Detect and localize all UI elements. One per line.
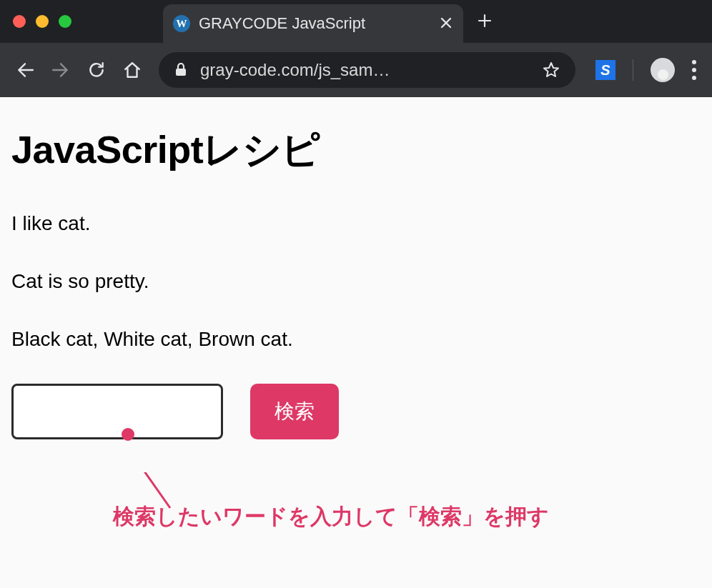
lock-icon <box>174 63 187 77</box>
reload-button[interactable] <box>87 61 106 79</box>
browser-toolbar: gray-code.com/js_sam… S <box>0 43 712 97</box>
window-controls <box>13 15 71 28</box>
tab-title: GRAYCODE JavaScript <box>199 14 403 33</box>
svg-rect-0 <box>176 69 186 76</box>
close-window-button[interactable] <box>13 15 26 28</box>
bookmark-star-icon[interactable] <box>543 61 560 79</box>
minimize-window-button[interactable] <box>36 15 49 28</box>
browser-tab[interactable]: W GRAYCODE JavaScript <box>163 4 463 43</box>
profile-avatar-button[interactable] <box>651 58 675 82</box>
menu-button[interactable] <box>692 60 696 80</box>
page-content: JavaScriptレシピ I like cat. Cat is so pret… <box>0 97 712 532</box>
annotation-text: 検索したいワードを入力して「検索」を押す <box>113 502 701 532</box>
tab-close-button[interactable] <box>440 16 452 32</box>
search-button[interactable]: 検索 <box>250 384 339 439</box>
new-tab-button[interactable] <box>478 11 492 33</box>
home-button[interactable] <box>123 61 142 79</box>
page-heading: JavaScriptレシピ <box>11 124 701 176</box>
paragraph: I like cat. <box>11 209 701 237</box>
browser-chrome: W GRAYCODE JavaScript gray-code.com/js <box>0 0 712 97</box>
back-button[interactable] <box>16 61 34 79</box>
paragraph: Black cat, White cat, Brown cat. <box>11 325 701 353</box>
extension-s-icon[interactable]: S <box>595 60 615 80</box>
forward-button[interactable] <box>51 61 70 79</box>
maximize-window-button[interactable] <box>59 15 71 28</box>
wordpress-favicon-icon: W <box>173 15 190 32</box>
titlebar: W GRAYCODE JavaScript <box>0 0 712 43</box>
annotation-pointer-dot <box>122 428 134 441</box>
url-text: gray-code.com/js_sam… <box>200 60 530 80</box>
toolbar-separator <box>633 59 633 81</box>
search-input[interactable] <box>11 384 223 439</box>
paragraph: Cat is so pretty. <box>11 267 701 295</box>
address-bar[interactable]: gray-code.com/js_sam… <box>159 52 575 88</box>
search-row: 検索 <box>11 384 701 439</box>
